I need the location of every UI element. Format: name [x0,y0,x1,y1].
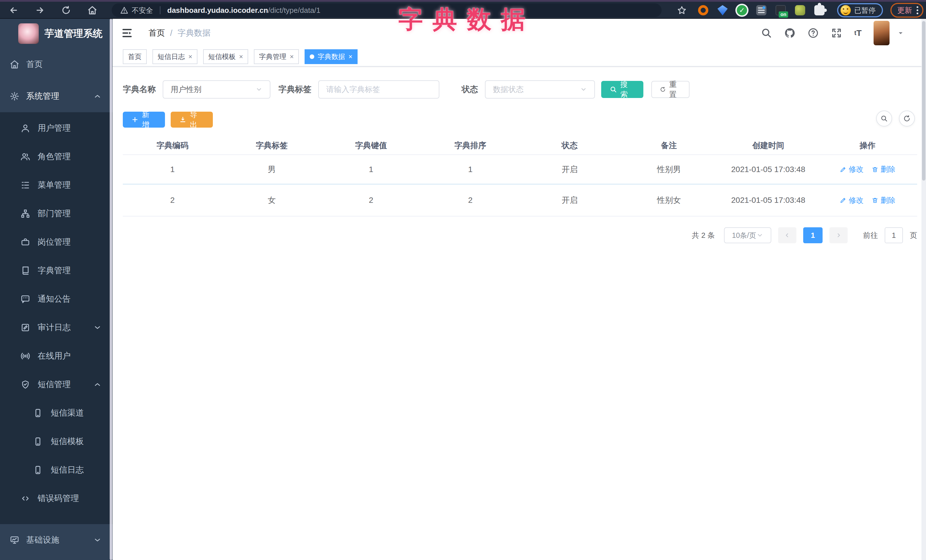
sidebar-item-label: 审计日志 [38,322,71,333]
tags-view-bar: 首页 短信日志 × 短信模板 × 字典管理 × 字典数据 × [112,47,926,66]
browser-update-button[interactable]: 更新 [890,3,923,18]
bookmark-star-icon[interactable] [677,5,687,15]
column-header: 状态 [520,140,619,151]
cell-code: 2 [123,196,222,205]
delete-link[interactable]: 删除 [872,195,896,205]
sidebar-item-posts[interactable]: 岗位管理 [0,228,112,257]
table-row[interactable]: 2 女 2 2 开启 性别女 2021-01-05 17:03:48 修改 [123,184,917,216]
sidebar-item-sms-channel[interactable]: 短信渠道 [0,399,112,427]
font-size-icon[interactable]: ttTT [854,28,862,38]
url-host: dashboard.yudao.iocoder.cn [167,6,268,15]
export-button[interactable]: 导出 [171,112,213,128]
profile-emoji-avatar [841,5,851,15]
page-scrollbar[interactable] [921,19,926,560]
user-avatar[interactable] [873,21,890,45]
dict-label-input[interactable] [326,85,431,94]
sidebar-item-label: 部门管理 [38,208,71,219]
dict-data-table: 字典编码 字典标签 字典键值 字典排序 状态 备注 创建时间 操作 1 男 1 … [123,137,917,216]
cell-label: 女 [222,195,322,206]
refresh-icon-button[interactable] [899,110,915,127]
search-button[interactable]: 搜索 [601,81,643,98]
cell-status: 开启 [520,195,619,206]
extension-gem-icon[interactable] [717,5,728,15]
tab-home[interactable]: 首页 [123,49,147,64]
extension-on-icon[interactable]: on [776,5,786,15]
close-icon[interactable]: × [290,53,294,60]
extension-orange-icon[interactable] [698,5,708,15]
edit-link[interactable]: 修改 [840,195,864,205]
tab-sms-template[interactable]: 短信模板 × [203,49,248,64]
tab-label: 短信日志 [157,52,185,61]
sidebar-item-departments[interactable]: 部门管理 [0,199,112,228]
tab-dict-data[interactable]: 字典数据 × [304,49,357,64]
extensions-puzzle-icon[interactable] [814,5,825,15]
sidebar-scrollbar[interactable] [110,19,112,560]
current-page-button[interactable]: 1 [803,227,823,243]
tab-dict-manage[interactable]: 字典管理 × [254,49,299,64]
close-icon[interactable]: × [188,53,192,60]
reload-icon[interactable] [61,5,72,16]
sidebar-item-users[interactable]: 用户管理 [0,114,112,142]
sidebar-item-sms-log[interactable]: 短信日志 [0,456,112,484]
breadcrumb-home[interactable]: 首页 [148,27,165,39]
sidebar-item-infrastructure[interactable]: 基础设施 [0,524,112,556]
sidebar-item-menus[interactable]: 菜单管理 [0,171,112,199]
add-button[interactable]: 新增 [123,112,165,128]
sidebar-item-roles[interactable]: 角色管理 [0,142,112,171]
goto-page-input[interactable] [885,227,903,243]
gear-icon [10,91,20,101]
dict-name-select[interactable]: 用户性别 [163,80,270,98]
page-unit-label: 页 [910,231,917,240]
sidebar-item-label: 用户管理 [38,122,71,134]
reset-button[interactable]: 重置 [651,81,690,98]
prev-page-button[interactable] [778,227,796,243]
close-icon[interactable]: × [239,53,243,60]
sidebar-item-audit-log[interactable]: 审计日志 [0,313,112,342]
sidebar-item-error-codes[interactable]: 错误码管理 [0,484,112,513]
sidebar-item-dict[interactable]: 字典管理 [0,257,112,285]
sidebar-item-sms[interactable]: 短信管理 [0,370,112,399]
sidebar-item-online-users[interactable]: 在线用户 [0,342,112,370]
fullscreen-icon[interactable] [831,27,842,39]
tab-label: 首页 [128,52,142,61]
extension-olive-icon[interactable] [795,5,805,15]
sidebar-item-label: 错误码管理 [38,493,79,504]
sidebar-toggle-icon[interactable] [121,27,133,39]
help-icon[interactable] [808,27,819,39]
main-area: 首页 / 字典数据 tt [112,19,926,560]
tab-sms-log[interactable]: 短信日志 × [153,49,197,64]
page-size-select[interactable]: 10条/页 [724,227,771,243]
github-icon[interactable] [784,27,796,39]
sidebar-item-label: 在线用户 [38,350,71,362]
address-bar[interactable]: 不安全 dashboard.yudao.iocoder.cn /dict/typ… [112,3,661,17]
sidebar-item-home[interactable]: 首页 [0,48,112,80]
sidebar-item-notices[interactable]: 通知公告 [0,285,112,313]
avatar-caret-icon[interactable] [897,30,904,36]
profile-paused-pill[interactable]: 已暂停 [837,3,883,17]
close-icon[interactable]: × [348,53,353,60]
extension-check-icon[interactable]: ✓ [737,5,747,15]
pagination: 共 2 条 10条/页 1 前往 页 [123,227,917,243]
cell-remark: 性别女 [619,195,719,206]
cell-sort: 2 [421,196,520,205]
status-select[interactable]: 数据状态 [485,80,595,98]
edit-link[interactable]: 修改 [840,165,864,174]
forward-icon[interactable] [34,5,45,16]
back-icon[interactable] [8,5,20,16]
app-logo-row[interactable]: 芋道管理系统 [0,19,112,48]
extension-sliders-icon[interactable] [756,5,766,15]
home-icon[interactable] [86,5,98,16]
sidebar-item-sms-template[interactable]: 短信模板 [0,427,112,456]
table-row[interactable]: 1 男 1 1 开启 性别男 2021-01-05 17:03:48 修改 [123,155,917,184]
search-icon[interactable] [761,27,772,39]
delete-link-label: 删除 [881,165,896,174]
search-button-label: 搜索 [620,80,635,100]
show-search-icon-button[interactable] [876,110,892,127]
browser-menu-icon[interactable] [917,6,918,14]
breadcrumb-separator: / [170,29,172,38]
delete-link[interactable]: 删除 [872,165,896,174]
next-page-button[interactable] [829,227,848,243]
sidebar-item-system[interactable]: 系统管理 [0,80,112,112]
column-header: 备注 [619,140,719,151]
not-secure-label[interactable]: 不安全 [132,6,153,15]
